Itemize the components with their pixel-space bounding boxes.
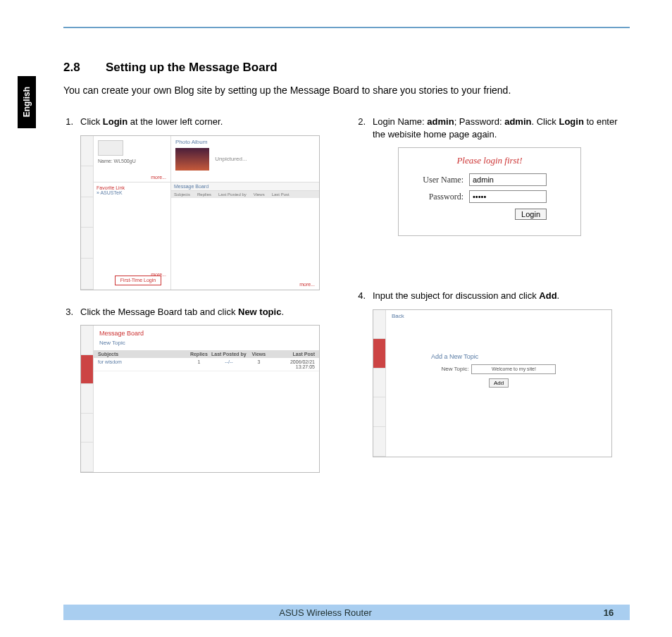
fav-header: Favorite Link	[97, 185, 168, 190]
table-row[interactable]: for wisdom 1 --/-- 3 2006/02/21 13:27:05	[94, 358, 319, 371]
fav-link[interactable]: » ASUSTeK	[97, 190, 168, 195]
step-num: 4.	[356, 290, 366, 302]
new-topic-link[interactable]: New Topic	[94, 338, 319, 350]
page-footer: ASUS Wireless Router 16	[63, 605, 630, 620]
table-header: Subjects Replies Last Posted by Views La…	[94, 350, 319, 358]
footer-title: ASUS Wireless Router	[63, 607, 587, 618]
section-title: Setting up the Message Board	[106, 61, 278, 74]
new-topic-input[interactable]: Welcome to my site!	[471, 364, 556, 374]
login-button[interactable]: First-Time Login	[115, 276, 161, 285]
step-text: Click Login at the lower left corner.	[80, 116, 337, 128]
top-rule	[63, 27, 630, 28]
step-4: 4. Input the subject for discussion and …	[356, 290, 630, 302]
photo-album-panel: Photo Album Unpictured...	[171, 136, 319, 183]
login-button[interactable]: Login	[515, 209, 547, 220]
screenshot-3: Message Board New Topic Subjects Replies…	[80, 325, 320, 473]
screenshot-4: Back Add a New Topic New Topic: Welcome …	[373, 309, 612, 457]
device-name: Name: WL500gU	[98, 159, 166, 163]
step-text: Click the Message Board tab and click Ne…	[80, 306, 337, 318]
mb-title: Message Board	[94, 326, 319, 338]
s1-side-tabs	[81, 136, 94, 290]
device-panel: Name: WL500gU more...	[94, 136, 171, 183]
section-heading: 2.8Setting up the Message Board	[63, 61, 630, 75]
step-text: Input the subject for discussion and cli…	[373, 290, 630, 302]
step-2: 2. Login Name: admin; Password: admin. C…	[356, 116, 630, 140]
right-column: 2. Login Name: admin; Password: admin. C…	[356, 116, 630, 488]
message-board-panel: Message Board Subjects Replies Last Post…	[171, 183, 319, 290]
add-button[interactable]: Add	[489, 378, 509, 388]
section-number: 2.8	[63, 61, 106, 75]
step-num: 3.	[63, 306, 73, 318]
columns: 1. Click Login at the lower left corner.…	[63, 116, 630, 488]
intro-text: You can create your own Blog site by set…	[63, 85, 630, 96]
s3-side-tabs	[81, 326, 94, 472]
step-1: 1. Click Login at the lower left corner.	[63, 116, 337, 128]
favorites-panel: Favorite Link » ASUSTeK more... First-Ti…	[94, 183, 171, 290]
left-column: 1. Click Login at the lower left corner.…	[63, 116, 337, 488]
step-num: 2.	[356, 116, 366, 140]
mb-header: Message Board	[171, 183, 319, 191]
password-label: Password:	[411, 192, 469, 202]
mb-columns: Subjects Replies Last Posted by Views La…	[171, 191, 319, 198]
step-3: 3. Click the Message Board tab and click…	[63, 306, 337, 318]
mb-more[interactable]: more...	[299, 282, 315, 287]
back-link[interactable]: Back	[392, 313, 606, 319]
add-topic-label: Add a New Topic	[431, 353, 606, 360]
page-content: 2.8Setting up the Message Board You can …	[63, 61, 630, 488]
language-label: English	[22, 87, 32, 117]
more-link[interactable]: more...	[151, 175, 166, 180]
username-input[interactable]: admin	[469, 173, 547, 186]
username-label: User Name:	[411, 175, 469, 185]
step-text: Login Name: admin; Password: admin. Clic…	[373, 116, 630, 140]
photo-thumb[interactable]	[175, 148, 209, 171]
password-input[interactable]: •••••	[469, 190, 547, 203]
screenshot-2: Please login first! User Name: admin Pas…	[398, 147, 581, 236]
step-num: 1.	[63, 116, 73, 128]
page-number: 16	[587, 607, 630, 618]
language-tab: English	[18, 76, 36, 128]
new-topic-label: New Topic:	[442, 366, 469, 372]
login-title: Please login first!	[411, 155, 568, 166]
photo-label: Unpictured...	[215, 156, 247, 162]
screenshot-1: Name: WL500gU more... Photo Album Unpict…	[80, 135, 320, 290]
router-icon	[98, 140, 123, 156]
photo-album-title: Photo Album	[175, 139, 315, 145]
s4-side-tabs	[373, 310, 386, 457]
